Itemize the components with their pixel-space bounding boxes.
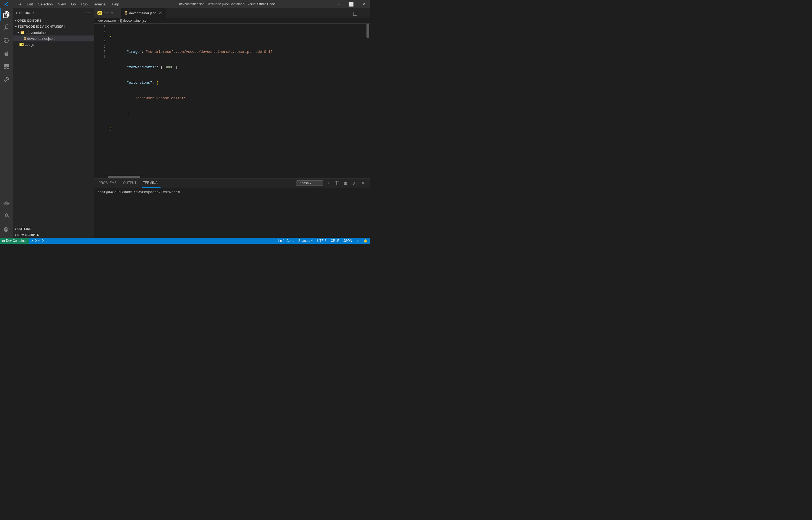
- menu-help[interactable]: Help: [109, 0, 122, 8]
- npm-scripts-label: NPM SCRIPTS: [17, 233, 39, 236]
- horizontal-scrollbar-thumb[interactable]: [108, 176, 140, 178]
- key-forwardports: "forwardPorts": [127, 65, 156, 70]
- split-terminal-button[interactable]: [333, 180, 340, 187]
- statusbar-left: ⊞ Dev Container ✕ 0 ⚠ 0: [0, 238, 46, 244]
- code-editor[interactable]: { "image": "mcr.microsoft.com/vscode/dev…: [108, 24, 366, 175]
- panel-tab-terminal[interactable]: TERMINAL: [142, 179, 161, 188]
- panel-tab-problems[interactable]: PROBLEMS: [97, 179, 118, 188]
- activity-bar: [0, 8, 13, 238]
- code-line-6: ]: [110, 111, 366, 116]
- tab-devcontainer-close[interactable]: ✕: [158, 10, 163, 16]
- statusbar-eol[interactable]: CRLF: [329, 238, 341, 244]
- panel-tab-output[interactable]: OUTPUT: [122, 179, 138, 188]
- code-line-3: "forwardPorts": [ 3000 ],: [110, 65, 366, 70]
- vertical-scrollbar-thumb[interactable]: [366, 24, 369, 37]
- error-count: 0: [35, 239, 37, 243]
- minimize-button[interactable]: –: [332, 0, 345, 8]
- val-image: "mcr.microsoft.com/vscode/devcontainers/…: [146, 49, 273, 54]
- statusbar-position[interactable]: Ln 1, Col 1: [276, 238, 296, 244]
- terminal-name: 1: bash: [298, 181, 309, 185]
- activity-search[interactable]: [0, 21, 13, 34]
- tree-item-devcontainer-folder[interactable]: ▾ 📁 .devcontainer: [13, 29, 94, 35]
- panel-actions: 1: bash ▾ + 🗑 ∧ ✕: [296, 180, 366, 187]
- more-actions-button[interactable]: ⋯: [360, 10, 368, 18]
- line-num-4: 4: [96, 39, 106, 44]
- terminal-content[interactable]: root@d48e8d38ab69:/workspaces/TestNode#: [94, 188, 370, 238]
- position-label: Ln 1, Col 1: [278, 239, 294, 243]
- code-line-1: {: [110, 34, 366, 39]
- npm-scripts-section[interactable]: › NPM SCRIPTS: [13, 232, 94, 238]
- menu-go[interactable]: Go: [68, 0, 79, 8]
- sidebar-more-actions[interactable]: ⋯: [85, 10, 91, 16]
- tree-item-devcontainer-json[interactable]: {} devcontainer.json: [13, 35, 94, 42]
- breadcrumb-file[interactable]: {} devcontainer.json: [120, 19, 148, 23]
- new-terminal-button[interactable]: +: [325, 180, 332, 187]
- close-button[interactable]: ✕: [357, 0, 370, 8]
- activity-explorer[interactable]: [0, 8, 13, 21]
- statusbar-language[interactable]: JSON: [341, 238, 354, 244]
- workspace-chevron: ▾: [15, 25, 17, 28]
- terminal-dropdown[interactable]: 1: bash ▾: [296, 180, 323, 186]
- activity-extensions[interactable]: [0, 73, 13, 86]
- statusbar-dev-container[interactable]: ⊞ Dev Container: [0, 238, 29, 244]
- editor-area: JS app.js {} devcontainer.json ✕ ⋯: [94, 8, 370, 238]
- activity-run-debug[interactable]: [0, 47, 13, 60]
- window-title: devcontainer.json - TestNode [Dev Contai…: [122, 2, 332, 6]
- close-panel-button[interactable]: ✕: [359, 180, 366, 187]
- activity-docker[interactable]: [0, 197, 13, 210]
- statusbar-remote[interactable]: ⊞: [354, 238, 361, 244]
- outline-section[interactable]: › OUTLINE: [13, 226, 94, 232]
- devcontainer-json-label: devcontainer.json: [27, 36, 55, 41]
- breadcrumb-devcontainer[interactable]: .devcontainer: [97, 19, 117, 23]
- tab-devcontainer-json[interactable]: {} devcontainer.json ✕: [121, 8, 166, 18]
- vertical-scrollbar-track[interactable]: [366, 24, 370, 175]
- breadcrumb-ellipsis[interactable]: …: [151, 19, 155, 23]
- warning-count: 0: [42, 239, 44, 243]
- activity-remote-explorer[interactable]: [0, 60, 13, 73]
- menu-selection[interactable]: Selection: [35, 0, 55, 8]
- encoding-label: UTF-8: [317, 239, 327, 243]
- menu-edit[interactable]: Edit: [24, 0, 35, 8]
- sidebar-header: EXPLORER ⋯: [13, 8, 94, 18]
- outline-label: OUTLINE: [17, 227, 31, 231]
- bracket-open-4: [: [157, 80, 159, 85]
- tree-item-app-js[interactable]: JS app.js: [13, 42, 94, 47]
- dropdown-chevron-icon: ▾: [310, 182, 311, 185]
- brace-close: }: [110, 127, 112, 132]
- line-num-5: 5: [96, 44, 106, 49]
- colon-3: : [: [157, 65, 165, 70]
- bracket-close-6: ]: [127, 111, 129, 116]
- statusbar-encoding[interactable]: UTF-8: [315, 238, 329, 244]
- tab-bar-actions: ⋯: [351, 10, 370, 18]
- menu-run[interactable]: Run: [79, 0, 90, 8]
- statusbar-errors[interactable]: ✕ 0 ⚠ 0: [29, 238, 46, 244]
- npm-scripts-chevron: ›: [15, 233, 16, 236]
- open-editors-header[interactable]: › OPEN EDITORS: [13, 18, 94, 24]
- maximize-panel-button[interactable]: ∧: [351, 180, 358, 187]
- remote-status-icon: ⊞: [357, 239, 359, 243]
- horizontal-scrollbar[interactable]: [94, 175, 370, 178]
- split-editor-button[interactable]: [351, 10, 359, 18]
- maximize-button[interactable]: ⬜: [345, 0, 357, 8]
- indent-5: [110, 96, 135, 101]
- menu-view[interactable]: View: [55, 0, 68, 8]
- activity-source-control[interactable]: [0, 34, 13, 47]
- statusbar-right: Ln 1, Col 1 Spaces: 4 UTF-8 CRLF JSON ⊞ …: [276, 238, 370, 244]
- outline-chevron: ›: [15, 228, 16, 231]
- statusbar-bell[interactable]: 🔔: [361, 238, 370, 244]
- tab-app-js[interactable]: JS app.js: [94, 8, 121, 18]
- app-logo: [0, 2, 13, 6]
- line-numbers: 1 2 3 4 5 6 7: [94, 24, 108, 175]
- statusbar-spaces[interactable]: Spaces: 4: [296, 238, 315, 244]
- tab-app-js-icon: JS: [97, 11, 102, 15]
- code-line-4: "extensions": [: [110, 80, 366, 85]
- kill-terminal-button[interactable]: 🗑: [342, 180, 349, 187]
- activity-settings[interactable]: [0, 223, 13, 236]
- workspace-header[interactable]: ▾ TESTNODE [DEV CONTAINER]: [13, 24, 94, 29]
- line-num-6: 6: [96, 49, 106, 54]
- menu-terminal[interactable]: Terminal: [90, 0, 109, 8]
- menu-file[interactable]: File: [13, 0, 24, 8]
- brace-open: {: [110, 34, 112, 39]
- activity-account[interactable]: [0, 210, 13, 223]
- line-num-1: 1: [96, 24, 106, 29]
